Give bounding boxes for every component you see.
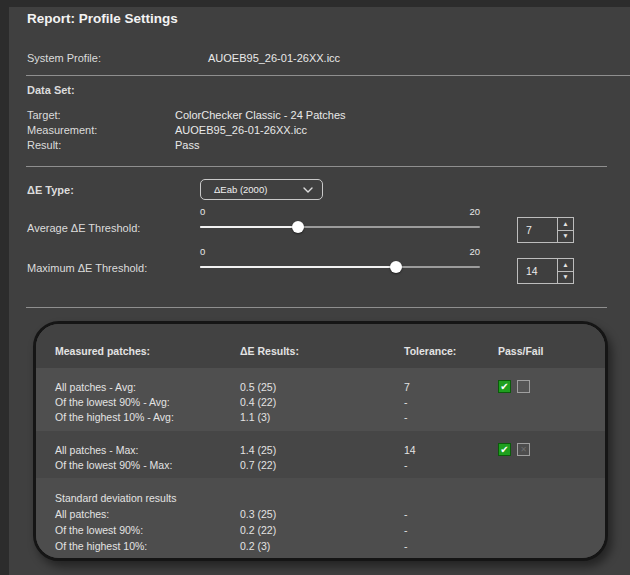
divider xyxy=(26,307,607,308)
row-label: All patches: xyxy=(55,506,240,522)
max-pass-fail-checkboxes: ✔ ✕ xyxy=(498,443,530,456)
average-threshold-slider[interactable] xyxy=(200,226,480,228)
row-tolerance xyxy=(404,490,498,506)
pass-checkbox-checked[interactable]: ✔ xyxy=(498,443,511,456)
col-header-de-results: ΔE Results: xyxy=(240,344,404,359)
row-label: Of the lowest 90% - Max: xyxy=(55,458,240,473)
row-tolerance: 14 xyxy=(404,443,498,458)
measurement-label: Measurement: xyxy=(27,124,97,136)
scale-min-label: 0 xyxy=(200,206,205,217)
row-tolerance: - xyxy=(404,410,498,425)
de-type-selected-value: ΔEab (2000) xyxy=(214,184,267,195)
maximum-threshold-label: Maximum ΔE Threshold: xyxy=(27,262,147,274)
target-value: ColorChecker Classic - 24 Patches xyxy=(175,109,346,121)
scale-max-label: 20 xyxy=(469,246,480,257)
maximum-threshold-slider[interactable] xyxy=(200,266,480,268)
average-slider-thumb[interactable] xyxy=(292,221,304,233)
row-label: Standard deviation results xyxy=(55,490,240,506)
table-header-band: Measured patches: ΔE Results: Tolerance:… xyxy=(36,324,605,368)
avg-results-group: All patches - Avg: 0.5 (25) 7 Of the low… xyxy=(36,368,605,431)
spinner-down-icon[interactable]: ▼ xyxy=(558,230,573,243)
average-threshold-label: Average ΔE Threshold: xyxy=(27,222,140,234)
scale-max-label: 20 xyxy=(469,206,480,217)
measurement-value: AUOEB95_26-01-26XX.icc xyxy=(175,124,307,136)
result-label: Result: xyxy=(27,139,61,151)
col-header-measured-patches: Measured patches: xyxy=(55,344,240,359)
row-label: Of the highest 10% - Avg: xyxy=(55,410,240,425)
row-tolerance: 7 xyxy=(404,380,498,395)
row-result: 0.5 (25) xyxy=(240,380,404,395)
maximum-spinner: ▲ ▼ xyxy=(557,259,573,283)
system-profile-label: System Profile: xyxy=(27,52,101,64)
scale-min-label: 0 xyxy=(200,246,205,257)
report-results-card: Measured patches: ΔE Results: Tolerance:… xyxy=(33,321,608,561)
maximum-threshold-numbox: ▲ ▼ xyxy=(517,258,574,284)
de-type-label: ΔE Type: xyxy=(27,184,74,196)
maximum-threshold-input[interactable] xyxy=(518,259,557,283)
profile-settings-panel: Report: Profile Settings System Profile:… xyxy=(9,7,630,575)
data-set-heading: Data Set: xyxy=(27,84,75,96)
row-result: 0.2 (3) xyxy=(240,538,404,554)
fail-checkbox-unchecked[interactable] xyxy=(517,380,530,393)
spinner-down-icon[interactable]: ▼ xyxy=(558,271,573,284)
divider xyxy=(26,166,607,167)
col-header-tolerance: Tolerance: xyxy=(404,344,498,359)
std-dev-results-group: Standard deviation results All patches: … xyxy=(36,478,605,558)
avg-pass-fail-checkboxes: ✔ xyxy=(498,380,530,393)
system-profile-value: AUOEB95_26-01-26XX.icc xyxy=(208,52,340,64)
row-result: 1.4 (25) xyxy=(240,443,404,458)
row-result: 0.4 (22) xyxy=(240,395,404,410)
maximum-slider-scale: 0 20 xyxy=(200,246,480,257)
row-result: 0.3 (25) xyxy=(240,506,404,522)
page-title: Report: Profile Settings xyxy=(27,11,178,26)
spinner-up-icon[interactable]: ▲ xyxy=(558,259,573,271)
row-result: 0.2 (22) xyxy=(240,522,404,538)
row-tolerance: - xyxy=(404,395,498,410)
result-value: Pass xyxy=(175,139,199,151)
chevron-down-icon xyxy=(303,187,313,193)
row-tolerance: - xyxy=(404,458,498,473)
fail-checkbox-unchecked[interactable]: ✕ xyxy=(517,443,530,456)
row-label: Of the highest 10%: xyxy=(55,538,240,554)
row-label: All patches - Max: xyxy=(55,443,240,458)
row-label: Of the lowest 90% - Avg: xyxy=(55,395,240,410)
average-slider-scale: 0 20 xyxy=(200,206,480,217)
row-tolerance: - xyxy=(404,538,498,554)
row-tolerance: - xyxy=(404,522,498,538)
divider xyxy=(26,75,630,76)
average-threshold-numbox: ▲ ▼ xyxy=(517,217,574,243)
spinner-up-icon[interactable]: ▲ xyxy=(558,218,573,230)
target-label: Target: xyxy=(27,109,61,121)
row-result: 0.7 (22) xyxy=(240,458,404,473)
average-spinner: ▲ ▼ xyxy=(557,218,573,242)
pass-checkbox-checked[interactable]: ✔ xyxy=(498,380,511,393)
row-label: Of the lowest 90%: xyxy=(55,522,240,538)
average-threshold-input[interactable] xyxy=(518,218,557,242)
de-type-dropdown[interactable]: ΔEab (2000) xyxy=(200,179,323,200)
slider-fill xyxy=(200,226,298,228)
slider-fill xyxy=(200,266,396,268)
row-tolerance: - xyxy=(404,506,498,522)
col-header-pass-fail: Pass/Fail xyxy=(498,344,605,359)
row-result xyxy=(240,490,404,506)
row-result: 1.1 (3) xyxy=(240,410,404,425)
maximum-slider-thumb[interactable] xyxy=(390,261,402,273)
row-label: All patches - Avg: xyxy=(55,380,240,395)
